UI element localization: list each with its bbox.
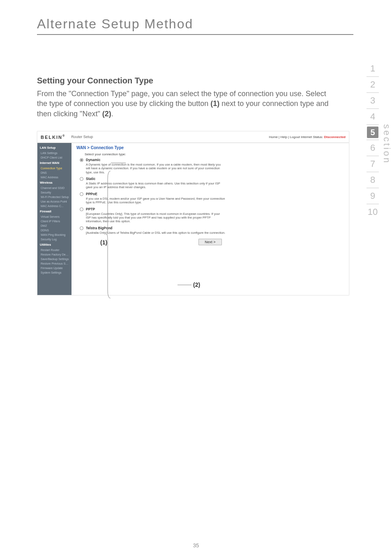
nav-num[interactable]: 10 [367, 204, 379, 220]
option-desc: [European Countries Only]. This type of … [86, 212, 226, 224]
option-desc: If you use a DSL modem and/or your ISP g… [86, 197, 226, 205]
option-text: Telstra BigPond [Australia Only] Users o… [86, 226, 225, 236]
callout-label-1: (1) [100, 239, 107, 246]
nav-num[interactable]: 7 [367, 156, 379, 172]
option-name: Telstra BigPond [86, 226, 225, 230]
nav-num-active[interactable]: 5 [367, 127, 378, 138]
sidebar-item[interactable]: Use as Access Point [37, 199, 71, 204]
radio-icon[interactable] [80, 207, 83, 211]
router-sidebar: LAN Setup LAN Settings DHCP Client List … [37, 143, 71, 295]
option-name: Dynamic [86, 158, 226, 162]
page-title: Alternate Setup Method [37, 16, 367, 32]
option-desc: [Australia Only] Users of Telstra BigPon… [86, 231, 225, 235]
sidebar-item[interactable]: Restore Factory Default [37, 252, 71, 257]
sidebar-item[interactable]: Wi-Fi Protected Setup [37, 195, 71, 199]
sidebar-item[interactable]: Virtual Servers [37, 214, 71, 219]
sidebar-item[interactable]: MAC Address C... [37, 204, 71, 208]
sidebar-item[interactable]: Save/Backup Settings [37, 257, 71, 261]
router-screenshot: BELKIN® Router Setup Home | Help | Logou… [37, 131, 349, 295]
nav-num[interactable]: 1 [367, 61, 379, 76]
nav-sep [367, 124, 379, 125]
option-static[interactable]: Static A Static IP address connection ty… [80, 177, 344, 191]
sidebar-item[interactable]: Restart Router [37, 248, 71, 252]
router-main: WAN > Connection Type Select your connec… [71, 143, 349, 295]
sidebar-item[interactable]: Firmware Update [37, 266, 71, 270]
sidebar-item[interactable]: DNS [37, 171, 71, 175]
callout-ref-1: (1) [210, 99, 219, 108]
document-page: Alternate Setup Method Setting your Conn… [0, 0, 392, 560]
sidebar-item[interactable]: Channel and SSID [37, 186, 71, 190]
option-desc: A Dynamic type of connection is the most… [86, 163, 226, 174]
nav-num[interactable]: 4 [367, 109, 379, 124]
router-header: BELKIN® Router Setup Home | Help | Logou… [37, 131, 349, 143]
sidebar-hdr-wireless: Wireless [37, 180, 71, 186]
sidebar-item[interactable]: LAN Settings [37, 151, 71, 155]
next-wrap: Next > [76, 239, 344, 245]
sidebar-hdr-utilities: Utilities [37, 242, 71, 248]
router-body: LAN Setup LAN Settings DHCP Client List … [37, 143, 349, 295]
option-dynamic[interactable]: Dynamic A Dynamic type of connection is … [80, 158, 344, 176]
sidebar-item[interactable]: WAN Ping Blocking [37, 233, 71, 237]
sidebar-item[interactable]: Client IP Filters [37, 219, 71, 224]
next-button[interactable]: Next > [198, 239, 221, 245]
radio-icon[interactable] [80, 192, 83, 196]
title-rule [37, 34, 353, 35]
radio-icon[interactable] [80, 226, 83, 230]
option-telstra[interactable]: Telstra BigPond [Australia Only] Users o… [80, 226, 344, 236]
intro-paragraph: From the "Connection Type" page, you can… [37, 89, 333, 119]
brand-reg: ® [62, 134, 65, 137]
breadcrumb: WAN > Connection Type [76, 145, 344, 150]
section-label: section [381, 124, 392, 164]
option-text: Dynamic A Dynamic type of connection is … [86, 158, 226, 176]
intro-text-end: . [111, 110, 113, 118]
option-desc: A Static IP address connection type is l… [86, 182, 226, 189]
sidebar-item[interactable]: DHCP Client List [37, 155, 71, 160]
page-number: 35 [0, 542, 392, 548]
option-text: PPPoE If you use a DSL modem and/or your… [86, 192, 226, 206]
sidebar-item[interactable]: Security [37, 190, 71, 195]
option-name: Static [86, 177, 226, 181]
sidebar-item[interactable]: Security Log [37, 237, 71, 242]
sidebar-item-connection-type[interactable]: Connection Type [37, 166, 71, 171]
header-links[interactable]: Home | Help | Logout Internet Status: Di… [269, 135, 346, 139]
nav-num[interactable]: 9 [367, 188, 379, 204]
nav-num[interactable]: 8 [367, 172, 379, 188]
option-name: PPTP [86, 207, 226, 211]
callout-label-2: (2) [193, 281, 200, 288]
sidebar-item[interactable]: MAC Address [37, 175, 71, 180]
section-heading: Setting your Connection Type [37, 76, 367, 85]
router-subtitle: Router Setup [71, 135, 93, 139]
option-text: Static A Static IP address connection ty… [86, 177, 226, 191]
callout-ref-2: (2) [102, 110, 111, 118]
radio-icon[interactable] [80, 177, 83, 181]
sidebar-hdr-wan: Internet WAN [37, 160, 71, 166]
option-pptp[interactable]: PPTP [European Countries Only]. This typ… [80, 207, 344, 225]
nav-num[interactable]: 2 [367, 77, 379, 92]
header-links-text: Home | Help | Logout Internet Status: [269, 135, 324, 139]
prompt-text: Select your connection type: [85, 152, 344, 156]
nav-num[interactable]: 3 [367, 93, 379, 108]
section-nav: 1 2 3 4 5 6 7 8 9 10 [367, 61, 379, 220]
sidebar-item[interactable]: DDNS [37, 228, 71, 233]
option-text: PPTP [European Countries Only]. This typ… [86, 207, 226, 225]
sidebar-item[interactable]: System Settings [37, 270, 71, 275]
callout-leader-prompt [111, 163, 126, 163]
nav-num[interactable]: 6 [367, 140, 379, 156]
option-name: PPPoE [86, 192, 226, 196]
callout-leader-2 [178, 285, 191, 285]
option-pppoe[interactable]: PPPoE If you use a DSL modem and/or your… [80, 192, 344, 206]
sidebar-hdr-firewall: Firewall [37, 208, 71, 214]
sidebar-item[interactable]: DMZ [37, 224, 71, 228]
radio-icon[interactable] [80, 158, 83, 162]
brand-text: BELKIN [41, 135, 62, 140]
internet-status: Disconnected [324, 135, 346, 139]
sidebar-item[interactable]: Restore Previous Settings [37, 261, 71, 266]
brand-logo: BELKIN® [41, 134, 65, 140]
sidebar-hdr-lan: LAN Setup [37, 145, 71, 151]
